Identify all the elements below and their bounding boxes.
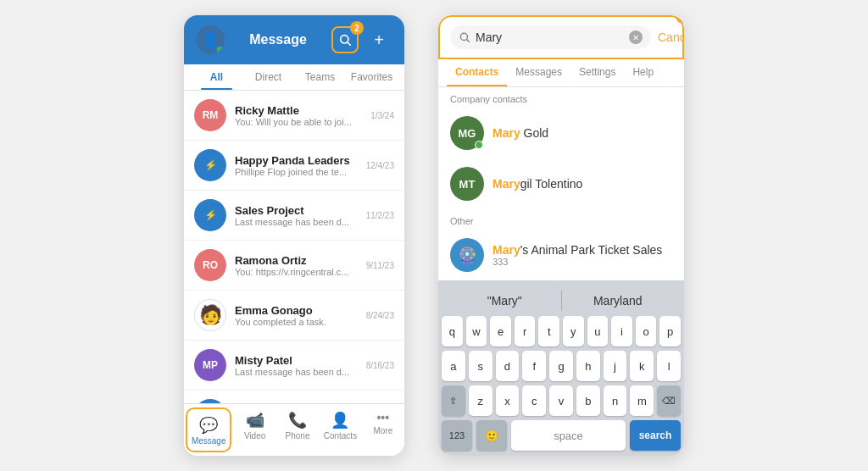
search-input[interactable]: Mary (476, 30, 624, 44)
tab-all[interactable]: All (191, 64, 242, 90)
list-item[interactable]: ⚡ Happy Panda Leaders Phillipe Flop join… (184, 141, 404, 191)
key-j[interactable]: j (604, 351, 627, 381)
key-d[interactable]: d (496, 351, 520, 381)
list-item[interactable]: RO Ramona Ortiz You: https://v.ringcentr… (184, 241, 404, 291)
key-l[interactable]: l (657, 351, 681, 381)
tab-favorites[interactable]: Favorites (346, 64, 398, 90)
company-contacts-label: Company contacts (438, 87, 684, 108)
keyboard: "Mary" Maryland q w e r t y u i o p a s … (438, 280, 684, 456)
right-panel: Mary ✕ Cancel 3 Contacts Messages Settin… (438, 15, 684, 456)
compose-button[interactable]: + (365, 26, 392, 53)
message-nav-icon: 💬 (199, 416, 218, 435)
contact-avatar: MG (450, 116, 484, 150)
key-f[interactable]: f (522, 351, 546, 381)
avatar: RO (194, 249, 226, 281)
key-backspace[interactable]: ⌫ (657, 385, 681, 416)
key-c[interactable]: c (522, 385, 546, 416)
svg-point-2 (460, 33, 467, 40)
nav-label: Contacts (324, 431, 357, 441)
key-z[interactable]: z (469, 385, 492, 416)
key-q[interactable]: q (442, 316, 463, 346)
nav-label: Phone (286, 431, 310, 441)
key-y[interactable]: y (563, 316, 584, 346)
message-tabs: All Direct Teams Favorites (184, 64, 404, 91)
contact-name: Ramona Ortiz (235, 254, 358, 267)
messages-list: RM Ricky Mattle You: Will you be able to… (184, 91, 404, 403)
result-item[interactable]: MG Mary Gold (438, 108, 684, 158)
key-emoji[interactable]: 🙂 (476, 420, 507, 451)
keyboard-row-3: ⇧ z x c v b n m ⌫ (442, 385, 681, 416)
key-shift[interactable]: ⇧ (442, 385, 465, 416)
key-g[interactable]: g (549, 351, 573, 381)
key-search[interactable]: search (630, 420, 681, 451)
contacts-nav-icon: 👤 (331, 411, 349, 429)
other-label: Other (438, 209, 684, 230)
key-e[interactable]: e (490, 316, 511, 346)
list-item[interactable]: ⚡ Sales Project Last message has been d.… (184, 191, 404, 241)
key-space[interactable]: space (511, 420, 626, 451)
list-item[interactable]: RM Ricky Mattle You: Will you be able to… (184, 91, 404, 141)
user-avatar[interactable]: 👤 (196, 25, 225, 54)
key-p[interactable]: p (659, 316, 681, 346)
more-nav-icon: ••• (376, 411, 389, 424)
message-date: 8/24/23 (366, 311, 394, 320)
list-item[interactable]: 🧑 Emma Gonago You completed a task. 8/24… (184, 291, 404, 341)
result-item[interactable]: MT Marygil Tolentino (438, 158, 684, 209)
contact-name: Happy Panda Leaders (235, 154, 358, 167)
list-item[interactable]: ⚡ Sales Team New You added Lara Kyle to … (184, 391, 404, 403)
key-s[interactable]: s (469, 351, 492, 381)
key-t[interactable]: t (538, 316, 559, 346)
avatar: MP (194, 349, 226, 381)
contact-name: Misty Patel (235, 354, 358, 367)
contact-name: Emma Gonago (235, 304, 358, 317)
key-k[interactable]: k (630, 351, 654, 381)
header-actions: 2 + (331, 26, 392, 53)
tab-teams[interactable]: Teams (294, 64, 346, 90)
key-123[interactable]: 123 (442, 420, 472, 451)
nav-contacts[interactable]: 👤 Contacts (319, 404, 361, 456)
panel-badge: 3 (676, 15, 684, 24)
key-h[interactable]: h (576, 351, 600, 381)
keyboard-bottom-row: 123 🙂 space search (442, 420, 681, 451)
contact-sub: 333 (492, 257, 662, 267)
message-date: 12/4/23 (366, 161, 394, 170)
svg-line-1 (348, 42, 351, 46)
suggestion-maryland[interactable]: Maryland (562, 291, 675, 311)
phone-nav-icon: 📞 (288, 411, 307, 429)
key-x[interactable]: x (496, 385, 520, 416)
result-item[interactable]: 🎡 Mary's Animal Park Ticket Sales 333 (438, 230, 684, 280)
contact-name: Ricky Mattle (235, 104, 362, 117)
message-preview: Phillipe Flop joined the te... (235, 167, 358, 177)
key-b[interactable]: b (576, 385, 600, 416)
contact-avatar: 🎡 (450, 238, 484, 272)
cancel-button[interactable]: Cancel (658, 30, 684, 44)
key-n[interactable]: n (604, 385, 627, 416)
tab-settings[interactable]: Settings (570, 59, 624, 86)
message-preview: You completed a task. (235, 317, 358, 327)
tab-direct[interactable]: Direct (242, 64, 294, 90)
keyboard-row-2: a s d f g h j k l (442, 351, 681, 381)
tab-contacts[interactable]: Contacts (447, 59, 507, 86)
nav-message[interactable]: 💬 Message (186, 407, 231, 452)
key-v[interactable]: v (549, 385, 573, 416)
key-i[interactable]: i (611, 316, 632, 346)
key-o[interactable]: o (636, 316, 657, 346)
nav-video[interactable]: 📹 Video (233, 404, 275, 456)
message-header: 👤 Message 2 + (184, 15, 404, 64)
svg-point-0 (341, 36, 348, 43)
nav-phone[interactable]: 📞 Phone (276, 404, 319, 456)
key-m[interactable]: m (630, 385, 654, 416)
nav-more[interactable]: ••• More (362, 404, 404, 456)
list-item[interactable]: MP Misty Patel Last message has been d..… (184, 341, 404, 391)
key-a[interactable]: a (442, 351, 465, 381)
key-w[interactable]: w (466, 316, 487, 346)
key-u[interactable]: u (587, 316, 609, 346)
contact-name: Mary Gold (492, 126, 548, 140)
key-r[interactable]: r (515, 316, 536, 346)
avatar: ⚡ (194, 149, 226, 181)
keyboard-row-1: q w e r t y u i o p (442, 316, 681, 346)
clear-search-icon[interactable]: ✕ (629, 30, 643, 44)
suggestion-mary[interactable]: "Mary" (448, 291, 562, 311)
tab-messages[interactable]: Messages (507, 59, 570, 86)
tab-help[interactable]: Help (624, 59, 662, 86)
